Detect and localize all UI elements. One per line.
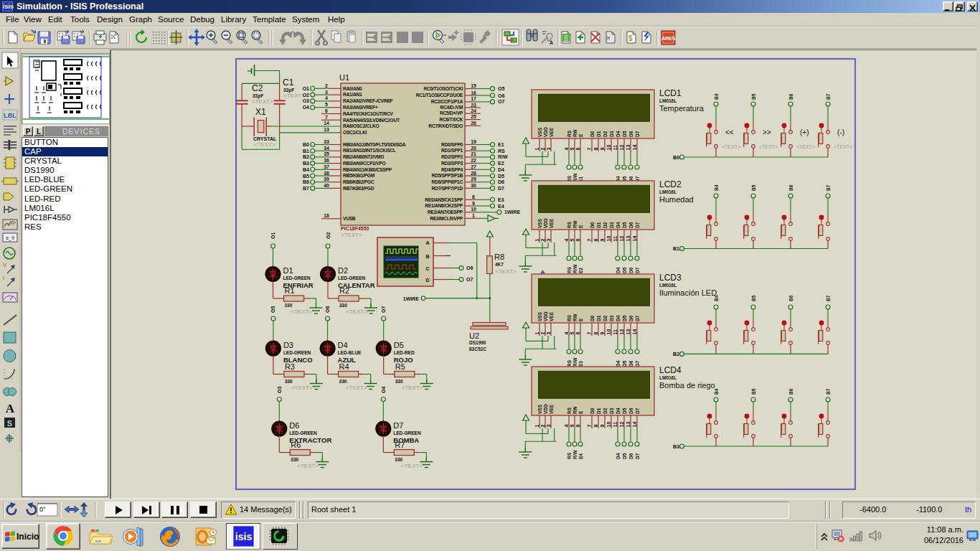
svg-text:D1: D1 [283,266,293,275]
svg-text:D3: D3 [609,131,614,137]
svg-text:9: 9 [472,201,475,206]
svg-text:B1: B1 [303,149,309,154]
svg-text:VDD: VDD [543,404,548,414]
svg-text:RB2/AN8/INT2/VMO: RB2/AN8/INT2/VMO [343,154,384,159]
svg-text:R4: R4 [339,362,349,371]
svg-text:RS: RS [567,314,572,321]
svg-text:Temperatura: Temperatura [659,104,705,113]
svg-text:LED-GREEN: LED-GREEN [338,276,366,281]
svg-text:VEE: VEE [549,311,554,321]
svg-text:1WIRE: 1WIRE [504,209,521,215]
svg-text:R2: R2 [339,286,349,295]
svg-text:D3: D3 [283,341,293,349]
svg-text:R/W: R/W [573,264,578,274]
svg-text:3: 3 [546,425,551,428]
svg-text:4: 4 [564,239,569,242]
svg-text:13: 13 [626,145,631,151]
svg-text:3: 3 [325,90,328,95]
svg-text:CRYSTAL: CRYSTAL [253,136,277,141]
svg-text:RA5/AN4/SS/LVDIN/C2OUT: RA5/AN4/SS/LVDIN/C2OUT [343,118,400,123]
svg-text:D1: D1 [596,222,601,228]
svg-text:B7: B7 [826,93,831,100]
svg-text:C2: C2 [252,83,263,93]
svg-text:RS: RS [567,452,572,459]
svg-text:24: 24 [471,108,476,113]
svg-text:39: 39 [324,176,329,182]
svg-text:30: 30 [471,183,476,188]
svg-text:3: 3 [546,239,551,242]
svg-text:27: 27 [471,164,476,169]
svg-text:LM016L: LM016L [659,283,677,288]
svg-text:B6: B6 [788,184,793,191]
svg-text:(-): (-) [837,128,844,136]
svg-text:2: 2 [540,239,545,242]
svg-text:D: D [426,278,430,283]
svg-text:RW: RW [573,313,578,321]
svg-text:<TEXT>: <TEXT> [722,144,740,149]
svg-text:E4: E4 [578,453,583,459]
svg-text:13: 13 [626,329,631,335]
svg-text:12: 12 [619,145,624,151]
svg-text:E4: E4 [498,204,504,209]
svg-text:8: 8 [593,332,598,335]
svg-text:LCD3: LCD3 [659,273,682,283]
svg-text:16: 16 [471,90,476,95]
svg-text:D5: D5 [622,267,627,273]
svg-text:D1: D1 [596,408,601,414]
svg-text:RE1/AN6/CK2SPP: RE1/AN6/CK2SPP [425,203,463,208]
svg-text:B: B [426,254,430,259]
svg-text:D1: D1 [596,131,601,137]
svg-text:R6: R6 [291,441,301,449]
svg-text:C1: C1 [283,77,294,88]
svg-text:RA1/AN1: RA1/AN1 [343,92,362,97]
svg-text:22: 22 [471,158,476,163]
svg-text:A: A [426,240,430,245]
svg-text:RB4/AN11/KBI0/CSSPP: RB4/AN11/KBI0/CSSPP [343,167,392,172]
svg-text:U1: U1 [339,73,349,82]
svg-text:13: 13 [324,127,329,132]
svg-text:D3: D3 [609,408,614,414]
svg-text:B6: B6 [303,179,309,184]
svg-text:VEE: VEE [549,404,554,414]
svg-text:RW: RW [573,220,578,228]
svg-text:B7: B7 [303,186,309,191]
svg-text:O7: O7 [466,277,473,282]
svg-text:14: 14 [632,236,637,242]
svg-text:4: 4 [564,332,569,335]
svg-text:38: 38 [324,171,329,176]
svg-text:RS: RS [567,407,572,414]
svg-text:RW: RW [573,405,578,414]
svg-text:34: 34 [324,146,329,151]
svg-text:10: 10 [606,422,611,428]
svg-text:PIC18F4550: PIC18F4550 [341,226,369,231]
svg-text:330: 330 [285,303,293,308]
svg-text:B5: B5 [751,184,756,191]
svg-text:40: 40 [324,183,329,188]
svg-text:D0: D0 [590,222,595,228]
svg-text:E2: E2 [498,161,504,166]
svg-text:RE0/AN5/CK1SPP: RE0/AN5/CK1SPP [425,197,463,202]
svg-text:RB7/KBI3/PGD: RB7/KBI3/PGD [343,186,374,191]
svg-text:D5: D5 [622,360,627,367]
svg-text:RS: RS [498,149,505,154]
svg-text:RC2/CCP1/P1A: RC2/CCP1/P1A [431,99,463,104]
svg-text:5: 5 [325,102,328,107]
svg-text:D2: D2 [603,222,608,228]
svg-text:B7: B7 [826,388,831,395]
svg-text:330: 330 [395,379,403,384]
svg-text:2: 2 [540,148,545,151]
svg-text:LED-GREEN: LED-GREEN [283,350,311,355]
svg-text:4K7: 4K7 [495,262,504,267]
svg-text:1: 1 [534,239,540,242]
svg-text:RD3/SPP3: RD3/SPP3 [441,161,463,166]
svg-text:RB5/KBI1/PGM: RB5/KBI1/PGM [343,173,375,178]
svg-text:E1: E1 [498,142,504,147]
svg-text:D5: D5 [622,315,627,321]
svg-text:B3: B3 [303,161,309,166]
svg-text:>>: >> [763,128,771,136]
svg-text:D0: D0 [590,315,595,321]
svg-text:D6: D6 [628,453,633,459]
svg-text:D5: D5 [498,174,504,179]
svg-text:RC6/TX/CK: RC6/TX/CK [439,117,463,122]
svg-text:D4: D4 [616,131,621,137]
